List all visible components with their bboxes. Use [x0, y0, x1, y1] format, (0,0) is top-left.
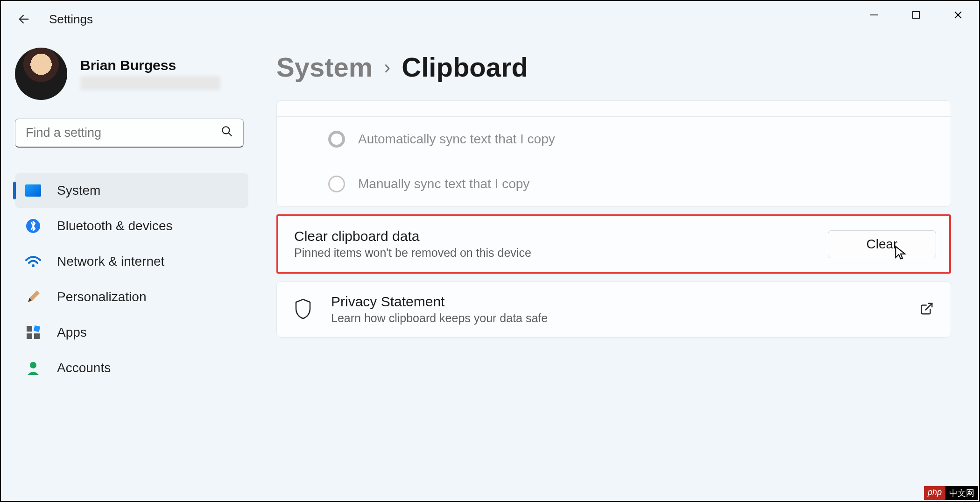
sidebar-item-network[interactable]: Network & internet [15, 244, 248, 279]
apps-icon [25, 325, 41, 340]
sidebar-item-label: System [57, 183, 100, 198]
close-button[interactable] [937, 1, 979, 29]
breadcrumb-current: Clipboard [402, 51, 528, 83]
clear-button[interactable]: Clear [828, 230, 936, 258]
maximize-button[interactable] [895, 1, 937, 29]
nav-list: System Bluetooth & devices Network & int… [15, 173, 248, 385]
personalization-icon [25, 289, 41, 305]
svg-rect-14 [34, 333, 40, 339]
sidebar-item-bluetooth[interactable]: Bluetooth & devices [15, 209, 248, 243]
sidebar-item-label: Accounts [57, 361, 111, 375]
titlebar: Settings [1, 1, 979, 37]
window-controls [853, 1, 979, 29]
svg-rect-8 [25, 184, 41, 197]
watermark-left: php [924, 486, 945, 500]
accounts-icon [25, 360, 41, 376]
sidebar-item-personalization[interactable]: Personalization [15, 280, 248, 314]
wifi-icon [25, 254, 41, 269]
radio-icon [328, 131, 345, 148]
maximize-icon [912, 11, 920, 19]
sync-option-auto[interactable]: Automatically sync text that I copy [277, 117, 951, 162]
sidebar-item-label: Apps [57, 325, 87, 340]
app-title: Settings [49, 12, 93, 27]
system-icon [25, 183, 41, 198]
card-header-strip [277, 101, 951, 117]
radio-icon [328, 176, 345, 192]
search-icon [221, 125, 233, 141]
clear-clipboard-card: Clear clipboard data Pinned items won't … [276, 214, 951, 274]
avatar [15, 48, 67, 100]
svg-line-6 [228, 133, 231, 135]
minimize-icon [869, 10, 879, 20]
clear-title: Clear clipboard data [294, 228, 531, 244]
svg-rect-2 [913, 12, 919, 18]
chevron-right-icon: › [384, 56, 390, 78]
sidebar-item-label: Network & internet [57, 254, 164, 269]
back-arrow-icon [17, 13, 30, 26]
sidebar-item-system[interactable]: System [15, 173, 248, 208]
svg-line-16 [926, 303, 932, 310]
sidebar-item-label: Personalization [57, 290, 146, 304]
sidebar-item-label: Bluetooth & devices [57, 219, 173, 233]
svg-rect-12 [34, 325, 40, 332]
clear-subtitle: Pinned items won't be removed on this de… [294, 246, 531, 260]
breadcrumb-parent[interactable]: System [276, 51, 373, 83]
profile-email-redacted [80, 76, 220, 90]
external-link-icon [920, 302, 934, 318]
sync-options-card: Automatically sync text that I copy Manu… [276, 100, 951, 207]
privacy-title: Privacy Statement [331, 294, 548, 310]
breadcrumb: System › Clipboard [276, 51, 951, 83]
sync-option-label: Manually sync text that I copy [358, 177, 529, 191]
sidebar: Brian Burgess System Blue [1, 37, 262, 501]
minimize-button[interactable] [853, 1, 895, 29]
profile-name: Brian Burgess [80, 57, 220, 73]
close-icon [953, 10, 963, 20]
watermark: php 中文网 [924, 486, 978, 500]
svg-point-10 [32, 264, 35, 267]
profile-block[interactable]: Brian Burgess [15, 48, 248, 100]
bluetooth-icon [25, 218, 41, 234]
svg-rect-13 [27, 333, 32, 339]
sync-option-label: Automatically sync text that I copy [358, 132, 555, 147]
svg-point-15 [30, 362, 36, 368]
shield-icon [294, 298, 312, 321]
search-input[interactable] [26, 126, 221, 140]
svg-rect-11 [27, 326, 32, 332]
privacy-card[interactable]: Privacy Statement Learn how clipboard ke… [276, 281, 951, 338]
sidebar-item-accounts[interactable]: Accounts [15, 351, 248, 385]
watermark-right: 中文网 [945, 486, 978, 500]
content-area: System › Clipboard Automatically sync te… [262, 37, 979, 501]
privacy-subtitle: Learn how clipboard keeps your data safe [331, 311, 548, 325]
clear-button-label: Clear [867, 237, 898, 252]
sync-option-manual[interactable]: Manually sync text that I copy [277, 162, 951, 206]
back-button[interactable] [13, 8, 35, 30]
sidebar-item-apps[interactable]: Apps [15, 315, 248, 350]
search-box[interactable] [15, 119, 244, 148]
